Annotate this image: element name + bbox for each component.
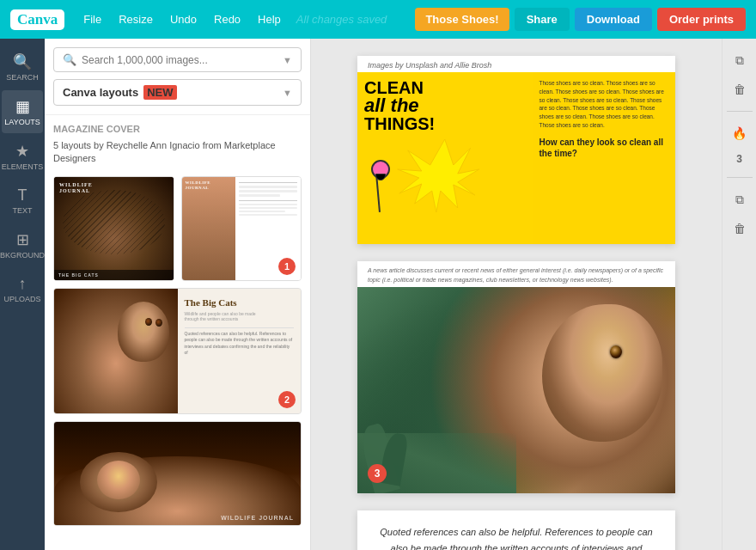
templates-grid: WILDLIFEJOURNAL THE BIG CATS WILDLIFEJOU…: [53, 176, 302, 526]
icon-bar: 🔍 SEARCH ▦ LAYOUTS ★ ELEMENTS T TEXT ⊞ B…: [0, 39, 45, 550]
copy-page-button-2[interactable]: ⧉: [727, 186, 753, 212]
uploads-label: UPLOADS: [4, 295, 41, 303]
panel-content: Magazine Cover 5 layouts by Reychelle An…: [45, 115, 310, 550]
sidebar-item-search[interactable]: 🔍 SEARCH: [2, 46, 43, 89]
search-label: SEARCH: [6, 73, 39, 82]
background-label: BKGROUND: [0, 251, 45, 260]
search-dropdown-arrow: ▼: [283, 55, 292, 65]
page2-body-text: Those shoes are so clean. Those shoes ar…: [540, 79, 669, 130]
search-icon: 🔍: [63, 53, 76, 66]
redo-button[interactable]: Redo: [209, 9, 246, 29]
divider: [727, 111, 753, 112]
template-item[interactable]: WILDLIFEJOURNAL THE BIG CATS: [53, 176, 174, 281]
uploads-icon: ↑: [19, 275, 27, 293]
new-badge: NEW: [143, 85, 176, 100]
main-layout: 🔍 SEARCH ▦ LAYOUTS ★ ELEMENTS T TEXT ⊞ B…: [0, 39, 756, 550]
designer-credit: 5 layouts by Reychelle Ann Ignacio from …: [53, 139, 302, 166]
page2-question: How can they look so clean all the time?: [540, 137, 669, 159]
divider-2: [727, 177, 753, 178]
template-item[interactable]: WILDLIFEJOURNAL: [181, 176, 302, 281]
copy-icon: ⧉: [735, 53, 744, 68]
text-label: TEXT: [12, 206, 32, 215]
trash-icon: 🗑: [734, 82, 746, 96]
clean-title-line2: all the: [364, 96, 526, 115]
page3-description: A news article discusses current or rece…: [357, 261, 675, 287]
layout-dropdown-label: Canva layouts: [63, 86, 138, 99]
logo-text: Canva: [10, 9, 64, 30]
layout-dropdown[interactable]: Canva layouts NEW ▼: [53, 79, 302, 106]
those-shoes-button[interactable]: Those Shoes!: [415, 8, 509, 31]
copy-icon-2: ⧉: [735, 192, 744, 207]
delete-page-button-2[interactable]: 🗑: [727, 216, 753, 241]
resize-menu[interactable]: Resize: [113, 9, 158, 29]
fire-button[interactable]: 🔥: [727, 120, 753, 146]
sidebar-item-elements[interactable]: ★ ELEMENTS: [2, 135, 43, 178]
clean-title-line1: CLEAN: [364, 79, 526, 96]
sidebar-item-background[interactable]: ⊞ BKGROUND: [2, 223, 43, 266]
layout-dropdown-arrow: ▼: [283, 88, 292, 98]
fire-icon: 🔥: [732, 126, 747, 140]
layouts-icon: ▦: [15, 97, 30, 116]
clean-title-line3: THINGS!: [364, 115, 526, 132]
page-number: 3: [736, 153, 742, 165]
topnav-actions: Those Shoes! Share Download Order prints: [415, 8, 746, 31]
copy-page-button[interactable]: ⧉: [727, 47, 753, 73]
canvas-page-2: Images by Unsplash and Allie Brosh CLEAN…: [345, 56, 687, 244]
page-badge-3: 3: [368, 464, 387, 483]
elements-label: ELEMENTS: [2, 162, 44, 171]
search-input[interactable]: [82, 54, 274, 66]
delete-page-button[interactable]: 🗑: [727, 76, 753, 102]
canvas-page-4: Quoted references can also be helpful. R…: [345, 510, 687, 550]
svg-marker-0: [398, 139, 479, 212]
file-menu[interactable]: File: [78, 9, 107, 29]
right-sidebar: ⧉ 🗑 🔥 3 ⧉ 🗑: [722, 39, 756, 550]
canvas-page-3: A news article discusses current or rece…: [345, 261, 687, 493]
text-icon: T: [18, 186, 27, 205]
download-button[interactable]: Download: [575, 8, 652, 31]
template-badge-1: 1: [278, 258, 296, 275]
help-menu[interactable]: Help: [253, 9, 286, 29]
order-prints-button[interactable]: Order prints: [657, 8, 746, 31]
sidebar-item-text[interactable]: T TEXT: [2, 180, 43, 222]
panel-header: 🔍 ▼ Canva layouts NEW ▼: [45, 39, 310, 115]
template-badge-2: 2: [278, 391, 296, 408]
sidebar-item-layouts[interactable]: ▦ LAYOUTS: [2, 90, 43, 133]
canva-logo: Canva: [10, 9, 64, 30]
page2-byline: Images by Unsplash and Allie Brosh: [357, 56, 675, 72]
template-item[interactable]: The Big Cats Wildlife and people can als…: [53, 288, 302, 414]
undo-button[interactable]: Undo: [165, 9, 202, 29]
sidebar-item-uploads[interactable]: ↑ UPLOADS: [2, 268, 43, 310]
search-icon: 🔍: [13, 52, 32, 71]
topnav: Canva File Resize Undo Redo Help All cha…: [0, 0, 756, 39]
layouts-label: LAYOUTS: [4, 118, 40, 126]
big-cats-title: The Big Cats: [185, 297, 295, 308]
elements-icon: ★: [15, 142, 29, 161]
search-bar[interactable]: 🔍 ▼: [53, 47, 302, 72]
side-panel: 🔍 ▼ Canva layouts NEW ▼ Magazine Cover 5…: [45, 39, 311, 550]
trash-icon-2: 🗑: [734, 222, 746, 235]
canvas-area: Images by Unsplash and Allie Brosh CLEAN…: [311, 39, 722, 550]
background-icon: ⊞: [16, 230, 29, 249]
big-cats-subtitle: Wildlife and people can also be madethro…: [185, 311, 295, 322]
share-button[interactable]: Share: [515, 8, 570, 31]
panel-section-title: Magazine Cover: [53, 124, 302, 134]
big-cats-body: Quoted references can also be helpful. R…: [185, 331, 295, 357]
explosion-svg: [360, 135, 530, 221]
page4-text: Quoted references can also be helpful. R…: [375, 524, 658, 550]
autosave-status: All changes saved: [296, 13, 387, 26]
template-item[interactable]: Wildlife Journal: [53, 421, 302, 526]
